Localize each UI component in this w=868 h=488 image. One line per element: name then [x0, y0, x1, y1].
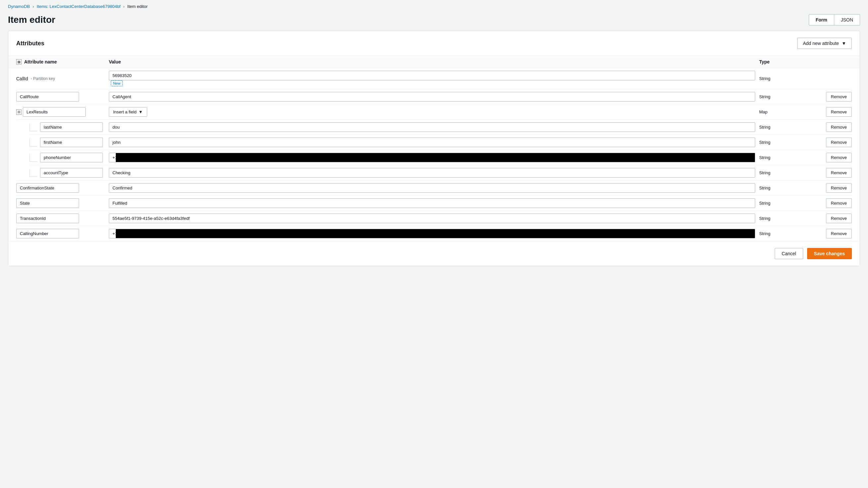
cancel-button[interactable]: Cancel — [775, 248, 803, 259]
callroute-remove-button[interactable]: Remove — [826, 92, 852, 101]
add-attribute-label: Add new attribute — [803, 41, 839, 46]
lexresults-name-input[interactable] — [23, 107, 86, 117]
col-value-label: Value — [109, 59, 759, 64]
state-value-input[interactable] — [109, 198, 755, 208]
table-row-callingnumber: String Remove — [16, 226, 852, 241]
phonenumber-action: Remove — [812, 153, 852, 162]
firstname-value-input[interactable] — [109, 137, 755, 147]
insert-field-chevron-icon: ▼ — [138, 109, 143, 115]
phonenumber-value-cell — [109, 153, 759, 162]
lastname-type: String — [759, 125, 812, 130]
col-action-label — [812, 59, 852, 64]
form-view-button[interactable]: Form — [809, 14, 834, 25]
collapse-all-icon[interactable]: ⊟ — [16, 59, 22, 64]
page-title: Item editor — [8, 14, 55, 25]
table-row-firstname: String Remove — [29, 135, 852, 150]
transactionid-action: Remove — [812, 214, 852, 223]
table-body: CallId - Partition key New String String… — [8, 68, 860, 241]
col-attr-label: Attribute name — [24, 59, 57, 64]
state-name-input[interactable] — [16, 198, 79, 208]
callid-partition-key-label: - Partition key — [31, 76, 55, 81]
accounttype-remove-button[interactable]: Remove — [826, 168, 852, 177]
table-row-transactionid: String Remove — [16, 211, 852, 226]
lastname-value-input[interactable] — [109, 122, 755, 132]
breadcrumb-dynamodb[interactable]: DynamoDB — [8, 4, 30, 9]
table-row-phonenumber: String Remove — [29, 150, 852, 165]
lexresults-value-cell: Insert a field ▼ — [109, 107, 759, 117]
state-remove-button[interactable]: Remove — [826, 198, 852, 208]
attributes-title: Attributes — [16, 40, 44, 47]
callroute-attr-cell — [16, 92, 109, 101]
callid-new-badge[interactable]: New — [111, 80, 123, 86]
firstname-type: String — [759, 140, 812, 145]
lexresults-insert-field-button[interactable]: Insert a field ▼ — [109, 107, 147, 117]
attributes-header: Attributes Add new attribute ▼ — [8, 31, 860, 56]
callroute-action: Remove — [812, 92, 852, 101]
firstname-attr-cell — [29, 137, 109, 147]
phonenumber-attr-cell — [29, 153, 109, 162]
breadcrumb-current: Item editor — [127, 4, 148, 9]
table-row-callid: CallId - Partition key New String — [16, 68, 852, 89]
table-row-confirmationstate: String Remove — [16, 181, 852, 196]
transactionid-value-input[interactable] — [109, 214, 755, 223]
col-type-label: Type — [759, 59, 812, 64]
table-row-accounttype: String Remove — [29, 165, 852, 180]
phonenumber-name-input[interactable] — [40, 153, 103, 162]
confirmationstate-name-input[interactable] — [16, 183, 79, 193]
page-header: Item editor Form JSON — [0, 13, 868, 31]
phonenumber-remove-button[interactable]: Remove — [826, 153, 852, 162]
accounttype-name-input[interactable] — [40, 168, 103, 177]
transactionid-attr-cell — [16, 214, 109, 223]
callroute-value-input[interactable] — [109, 92, 755, 101]
transactionid-remove-button[interactable]: Remove — [826, 214, 852, 223]
confirmationstate-action: Remove — [812, 183, 852, 193]
confirmationstate-type: String — [759, 186, 812, 190]
callid-type: String — [759, 76, 812, 81]
phonenumber-type: String — [759, 155, 812, 160]
lexresults-remove-button[interactable]: Remove — [826, 107, 852, 117]
save-changes-button[interactable]: Save changes — [807, 248, 852, 259]
callingnumber-action: Remove — [812, 229, 852, 238]
accounttype-type: String — [759, 170, 812, 175]
table-row-lexresults: ⊟ Insert a field ▼ Map Remove — [16, 104, 852, 120]
callingnumber-value-input[interactable] — [109, 229, 755, 238]
accounttype-value-input[interactable] — [109, 168, 755, 177]
lastname-name-input[interactable] — [40, 122, 103, 132]
confirmationstate-value-input[interactable] — [109, 183, 755, 193]
lastname-value-cell — [109, 122, 759, 132]
callid-value-cell: New — [109, 71, 759, 86]
col-attr-name: ⊟ Attribute name — [16, 59, 109, 64]
confirmationstate-attr-cell — [16, 183, 109, 193]
callroute-type: String — [759, 94, 812, 99]
accounttype-action: Remove — [812, 168, 852, 177]
breadcrumb-items[interactable]: Items: LexContactCenterDatabase679804bf — [37, 4, 121, 9]
callid-attr-cell: CallId - Partition key — [16, 76, 109, 82]
transactionid-type: String — [759, 216, 812, 221]
lexresults-collapse-icon[interactable]: ⊟ — [16, 109, 22, 115]
callingnumber-name-input[interactable] — [16, 229, 79, 238]
firstname-name-input[interactable] — [40, 137, 103, 147]
add-new-attribute-button[interactable]: Add new attribute ▼ — [797, 38, 852, 49]
add-attribute-chevron-icon: ▼ — [841, 41, 846, 46]
phonenumber-value-input[interactable] — [109, 153, 755, 162]
lastname-remove-button[interactable]: Remove — [826, 122, 852, 132]
callingnumber-type: String — [759, 231, 812, 236]
callingnumber-remove-button[interactable]: Remove — [826, 229, 852, 238]
lexresults-type: Map — [759, 109, 812, 115]
accounttype-attr-cell — [29, 168, 109, 177]
lastname-attr-cell — [29, 122, 109, 132]
breadcrumb-sep-2: › — [123, 4, 124, 9]
firstname-remove-button[interactable]: Remove — [826, 137, 852, 147]
json-view-button[interactable]: JSON — [834, 14, 860, 25]
lastname-action: Remove — [812, 122, 852, 132]
firstname-value-cell — [109, 137, 759, 147]
lexresults-attr-cell: ⊟ — [16, 107, 109, 117]
tree-connector-phonenumber — [29, 154, 37, 162]
tree-connector-firstname — [29, 138, 37, 147]
callroute-name-input[interactable] — [16, 92, 79, 101]
transactionid-name-input[interactable] — [16, 214, 79, 223]
table-row-callroute: String Remove — [16, 89, 852, 104]
confirmationstate-remove-button[interactable]: Remove — [826, 183, 852, 193]
tree-connector-accounttype — [29, 169, 37, 177]
callid-value-input[interactable] — [109, 71, 755, 80]
